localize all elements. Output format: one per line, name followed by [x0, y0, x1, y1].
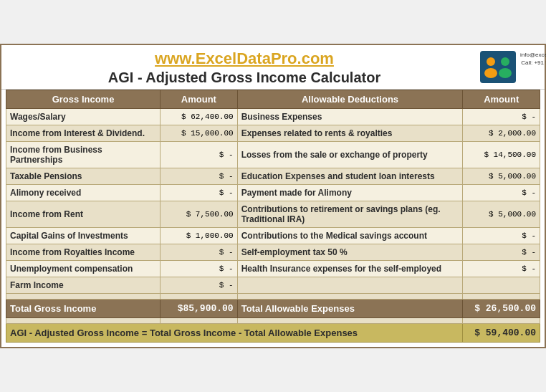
- gross-amount: $ -: [161, 244, 238, 261]
- col-header-amount2: Amount: [463, 90, 540, 109]
- gross-amount: $ 7,500.00: [161, 201, 238, 228]
- gross-amount: $ -: [161, 168, 238, 185]
- contact-call: Call: +91 9687 8585 63: [521, 59, 546, 66]
- gross-income-label: Capital Gains of Investments: [6, 228, 161, 244]
- svg-point-1: [487, 57, 495, 66]
- deduction-amount: $ -: [463, 228, 540, 244]
- gross-income-label: Income from Interest & Dividend.: [6, 125, 161, 142]
- deduction-amount: $ -: [463, 244, 540, 261]
- website-url[interactable]: www.ExcelDataPro.com: [9, 49, 480, 68]
- table-header-row: Gross Income Amount Allowable Deductions…: [6, 90, 540, 109]
- svg-rect-0: [480, 53, 516, 82]
- contact-email: info@exceldatapro.com: [520, 52, 546, 58]
- deduction-amount: $ 5,000.00: [463, 201, 540, 228]
- deduction-label: Payment made for Alimony: [237, 185, 463, 201]
- deduction-amount: $ 5,000.00: [463, 168, 540, 185]
- main-title: AGI - Adjusted Gross Income Calculator: [9, 70, 480, 86]
- table-row: Income from Royalties Income$ -Self-empl…: [6, 244, 540, 261]
- header: www.ExcelDataPro.com AGI - Adjusted Gros…: [1, 45, 545, 90]
- table-row: Farm Income$ -: [6, 277, 540, 294]
- total-gross-label: Total Gross Income: [6, 300, 161, 318]
- gross-income-label: Taxable Pensions: [6, 168, 161, 185]
- logo-icon: [480, 51, 516, 83]
- calculator-container: www.ExcelDataPro.com AGI - Adjusted Gros…: [0, 44, 546, 348]
- gross-income-label: Income from Rent: [6, 201, 161, 228]
- gross-amount: $ 15,000.00: [161, 125, 238, 142]
- col-header-amount1: Amount: [161, 90, 238, 109]
- logo-block: info@exceldatapro.com Call: +91 9687 858…: [480, 51, 537, 85]
- deduction-label: Expenses related to rents & royalties: [237, 125, 463, 142]
- total-gross-amount: $85,900.00: [161, 300, 238, 318]
- gross-income-label: Income from Royalties Income: [6, 244, 161, 261]
- deduction-label: Losses from the sale or exchange of prop…: [237, 142, 463, 168]
- gross-amount: $ -: [161, 277, 238, 294]
- table-row: Capital Gains of Investments$ 1,000.00Co…: [6, 228, 540, 244]
- spacer-row-2: [6, 318, 540, 324]
- gross-amount: $ -: [161, 142, 238, 168]
- svg-point-4: [499, 68, 512, 78]
- table-row: Alimony received$ -Payment made for Alim…: [6, 185, 540, 201]
- agi-row: AGI - Adjusted Gross Income = Total Gros…: [6, 324, 540, 343]
- deduction-amount: $ 14,500.00: [463, 142, 540, 168]
- gross-amount: $ -: [161, 261, 238, 277]
- gross-income-label: Farm Income: [6, 277, 161, 294]
- deduction-label: [237, 277, 463, 294]
- table-row: Income from Business Partnerships$ -Loss…: [6, 142, 540, 168]
- deduction-amount: $ -: [463, 185, 540, 201]
- deduction-label: Contributions to the Medical savings acc…: [237, 228, 463, 244]
- agi-label: AGI - Adjusted Gross Income = Total Gros…: [6, 324, 463, 343]
- col-header-deductions: Allowable Deductions: [237, 90, 463, 109]
- deduction-amount: $ -: [463, 261, 540, 277]
- table-row: Income from Rent$ 7,500.00Contributions …: [6, 201, 540, 228]
- spacer-row: [6, 294, 540, 300]
- deduction-label: Business Expenses: [237, 109, 463, 125]
- gross-income-label: Income from Business Partnerships: [6, 142, 161, 168]
- total-row: Total Gross Income$85,900.00Total Allowa…: [6, 300, 540, 318]
- svg-point-3: [484, 68, 497, 78]
- deduction-label: Contributions to retirement or savings p…: [237, 201, 463, 228]
- gross-amount: $ 1,000.00: [161, 228, 238, 244]
- deduction-amount: [463, 277, 540, 294]
- table-row: Unemployment compensation$ -Health Insur…: [6, 261, 540, 277]
- header-title-block: www.ExcelDataPro.com AGI - Adjusted Gros…: [9, 49, 480, 86]
- col-header-gross: Gross Income: [6, 90, 161, 109]
- gross-amount: $ 62,400.00: [161, 109, 238, 125]
- table-section: Gross Income Amount Allowable Deductions…: [1, 90, 545, 347]
- deduction-label: Health Insurance expenses for the self-e…: [237, 261, 463, 277]
- contact-info: info@exceldatapro.com Call: +91 9687 858…: [520, 51, 546, 67]
- total-deductions-label: Total Allowable Expenses: [237, 300, 463, 318]
- main-table: Gross Income Amount Allowable Deductions…: [6, 90, 540, 343]
- table-row: Taxable Pensions$ -Education Expenses an…: [6, 168, 540, 185]
- table-row: Income from Interest & Dividend.$ 15,000…: [6, 125, 540, 142]
- deduction-amount: $ 2,000.00: [463, 125, 540, 142]
- gross-amount: $ -: [161, 185, 238, 201]
- deduction-label: Education Expenses and student loan inte…: [237, 168, 463, 185]
- total-deductions-amount: $ 26,500.00: [463, 300, 540, 318]
- table-row: Wages/Salary$ 62,400.00Business Expenses…: [6, 109, 540, 125]
- gross-income-label: Alimony received: [6, 185, 161, 201]
- deduction-amount: $ -: [463, 109, 540, 125]
- gross-income-label: Unemployment compensation: [6, 261, 161, 277]
- agi-amount: $ 59,400.00: [463, 324, 540, 343]
- deduction-label: Self-employment tax 50 %: [237, 244, 463, 261]
- gross-income-label: Wages/Salary: [6, 109, 161, 125]
- svg-point-2: [501, 57, 509, 66]
